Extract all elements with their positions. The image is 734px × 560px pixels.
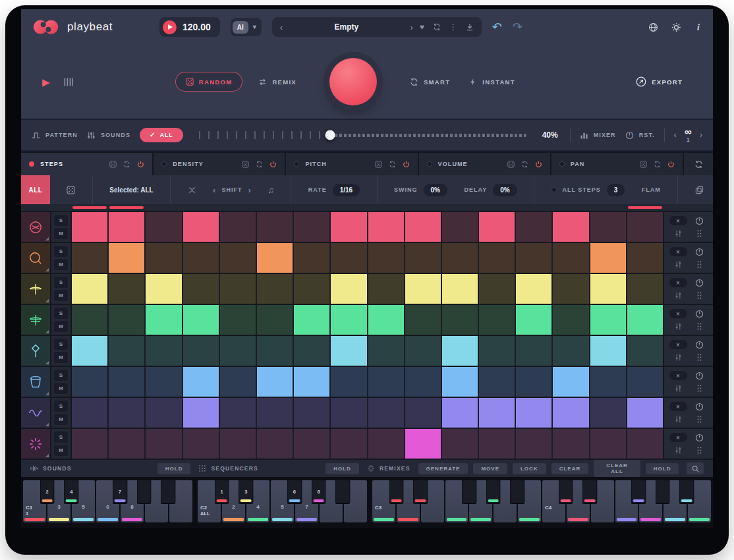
knob-icon[interactable] [695,310,704,318]
play-button[interactable] [163,20,177,34]
bpm-control[interactable]: 120.00 [159,17,220,37]
step-cell-4-15[interactable] [590,305,626,335]
step-cell-3-16[interactable] [627,274,663,304]
track-3-solo-button[interactable]: S [54,277,68,288]
step-cell-1-1[interactable] [72,212,107,242]
step-cell-3-4[interactable] [183,274,219,304]
density-enable-dot[interactable] [161,161,167,167]
step-cell-3-6[interactable] [257,274,293,304]
track-clear-button[interactable]: × [669,340,687,349]
track-clear-button[interactable]: × [669,433,687,442]
sliders-icon[interactable] [674,229,683,238]
tab-volume[interactable]: VOLUME [419,153,550,175]
step-cell-2-15[interactable] [590,243,626,273]
step-cell-2-14[interactable] [553,243,588,273]
ai-menu-button[interactable]: AI ▾ [231,18,262,36]
complexity-slider[interactable] [199,128,526,142]
step-cell-4-13[interactable] [516,305,551,335]
note-icon[interactable]: ♫ [268,186,274,194]
step-cell-3-15[interactable] [590,274,626,304]
step-cell-7-12[interactable] [479,398,515,428]
knob-icon[interactable] [695,403,704,411]
sliders-icon[interactable] [674,446,683,455]
track-3-instrument-button[interactable] [21,274,50,304]
step-cell-4-14[interactable] [553,305,588,335]
step-cell-4-12[interactable] [479,305,515,335]
step-cell-6-7[interactable] [294,367,329,397]
step-cell-5-14[interactable] [553,336,588,366]
step-cell-4-11[interactable] [442,305,478,335]
step-cell-7-9[interactable] [368,398,404,428]
step-cell-2-11[interactable] [442,243,478,273]
preview-play-button[interactable]: ▶ [42,77,50,87]
track-clear-button[interactable]: × [669,309,687,318]
piano-black-key[interactable]: 6 [287,480,302,504]
page-strip-cell[interactable] [72,206,107,209]
step-cell-6-9[interactable] [368,367,404,397]
step-cell-6-5[interactable] [220,367,256,397]
preset-next-button[interactable]: › [410,23,412,32]
slider-knob[interactable] [325,130,335,140]
rate-value[interactable]: 1/16 [333,184,360,196]
step-cell-6-8[interactable] [331,367,366,397]
step-cell-3-9[interactable] [368,274,404,304]
step-cell-1-2[interactable] [109,212,144,242]
step-cell-7-7[interactable] [294,398,329,428]
step-cell-2-3[interactable] [146,243,181,273]
remix-button[interactable]: REMIX [258,78,296,86]
step-cell-8-8[interactable] [331,429,366,459]
cycle-icon[interactable] [521,161,528,168]
step-cell-3-3[interactable] [146,274,181,304]
step-cell-5-1[interactable] [72,336,107,366]
step-cell-8-1[interactable] [72,429,107,459]
step-cell-1-4[interactable] [183,212,219,242]
piano-black-key[interactable]: 7 [112,480,127,504]
step-cell-1-3[interactable] [146,212,181,242]
step-cell-8-16[interactable] [627,429,663,459]
step-cell-3-13[interactable] [516,274,551,304]
redo-button[interactable]: ↷ [513,21,522,33]
cycle-icon[interactable] [123,161,130,168]
step-cell-5-10[interactable] [405,336,441,366]
track-4-instrument-button[interactable] [21,305,50,335]
step-cell-2-16[interactable] [627,243,663,273]
step-cell-4-10[interactable] [405,305,441,335]
dice-icon[interactable] [375,161,382,168]
expand-corner-icon[interactable] [45,423,49,426]
knob-icon[interactable] [695,372,704,380]
bpm-value[interactable]: 120.00 [183,22,211,32]
track-1-solo-button[interactable]: S [54,215,68,226]
step-cell-3-5[interactable] [220,274,256,304]
step-cell-1-13[interactable] [516,212,551,242]
track-6-solo-button[interactable]: S [54,370,68,381]
all-steps-toggle[interactable] [551,187,557,192]
step-cell-6-4[interactable] [183,367,219,397]
track-5-instrument-button[interactable] [21,336,50,366]
step-cell-5-8[interactable] [331,336,366,366]
dice-icon[interactable] [109,161,117,168]
all-steps-value[interactable]: 3 [607,184,625,196]
cycle-icon[interactable] [389,161,396,168]
piano-roll-icon[interactable] [63,77,73,87]
step-cell-7-3[interactable] [146,398,181,428]
step-cell-4-4[interactable] [183,305,219,335]
step-cell-1-9[interactable] [368,212,404,242]
piano-black-key[interactable] [631,480,646,504]
copy-icon[interactable] [695,186,704,194]
steps-enable-dot[interactable] [29,161,34,167]
cycle-icon[interactable] [256,161,263,168]
step-cell-1-6[interactable] [257,212,293,242]
piano-black-key[interactable]: 2 [40,480,55,504]
step-cell-6-1[interactable] [72,367,107,397]
step-cell-6-3[interactable] [146,367,181,397]
step-cell-4-6[interactable] [257,305,293,335]
step-cell-7-6[interactable] [257,398,293,428]
piano-black-key[interactable]: 4 [64,480,79,504]
sliders-icon[interactable] [674,415,683,424]
mixer-button[interactable]: MIXER [580,131,616,140]
step-cell-8-13[interactable] [516,429,551,459]
page-strip-cell[interactable] [109,206,144,209]
knob-icon[interactable] [695,248,704,256]
sliders-icon[interactable] [674,353,683,362]
step-cell-2-2[interactable] [109,243,144,273]
